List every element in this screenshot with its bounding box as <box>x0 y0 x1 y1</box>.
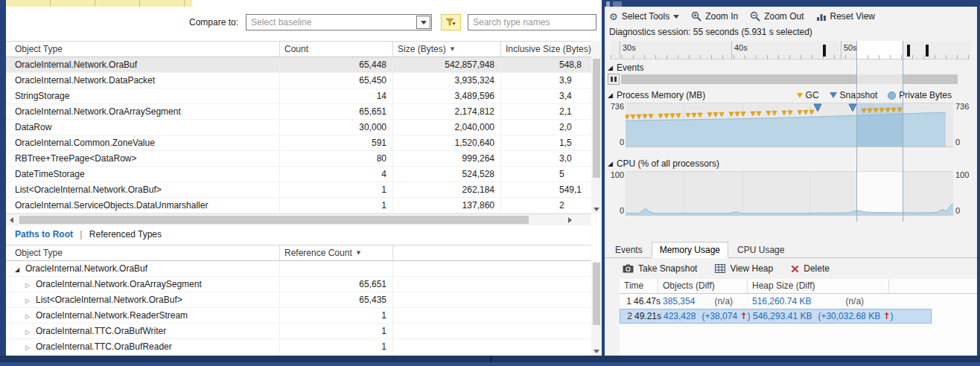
column-header-reference-count[interactable]: Reference Count▼ <box>280 245 393 260</box>
table-row[interactable]: OracleInternal.Network.OraArraySegment65… <box>6 104 591 120</box>
scroll-right-icon[interactable] <box>568 217 572 223</box>
cpu-chart[interactable] <box>626 171 953 216</box>
tab-paths-to-root[interactable]: Paths to Root <box>15 229 73 240</box>
snapshot-row[interactable]: 146.47s385,354(n/a)516,260.74 KB(n/a) <box>620 294 932 309</box>
events-section-header[interactable]: ◢ Events <box>608 62 644 74</box>
window-bottom-highlight <box>0 362 980 366</box>
filter-button[interactable] <box>441 14 461 30</box>
column-header-inclusive-size[interactable]: Inclusive Size (Bytes) <box>501 42 591 57</box>
scroll-down-icon[interactable] <box>594 350 599 353</box>
view-heap-button[interactable]: View Heap <box>715 263 773 274</box>
memory-chart[interactable] <box>626 103 953 147</box>
delete-x-icon <box>791 265 799 273</box>
search-input[interactable] <box>468 16 596 28</box>
column-header-size[interactable]: Size (Bytes)▼ <box>393 42 501 57</box>
heap-size-link[interactable]: 516,260.74 KB <box>752 296 811 306</box>
expander-collapsed-icon[interactable]: ▷ <box>25 324 33 339</box>
scroll-down-icon[interactable] <box>594 208 599 211</box>
events-track-selection <box>856 74 903 84</box>
take-snapshot-button[interactable]: Take Snapshot <box>623 263 697 274</box>
tree-row[interactable]: ◢OracleInternal.Network.OraBuf <box>6 261 591 277</box>
table-row[interactable]: OracleInternal.Network.DataPacket65,4503… <box>6 73 591 89</box>
heap-table-horizontal-scrollbar[interactable] <box>6 214 591 225</box>
gc-marker-icon <box>676 114 681 118</box>
table-row[interactable]: OracleInternal.Common.ZoneValue5911,520,… <box>6 135 591 151</box>
ruler-major-tick <box>731 41 732 59</box>
objects-count-link[interactable]: 423,428 <box>664 311 696 321</box>
gc-marker-icon <box>698 113 702 118</box>
expander-collapsed-icon[interactable]: ▷ <box>25 309 33 324</box>
delete-button[interactable]: Delete <box>791 263 830 274</box>
diagnostics-toolbar: ⚙ Select Tools Zoom In Zoo <box>609 8 875 25</box>
tab-memory-usage[interactable]: Memory Usage <box>652 242 728 258</box>
expander-expanded-icon[interactable]: ◢ <box>608 92 613 99</box>
clipped-tab-strip <box>6 0 192 7</box>
expander-collapsed-icon[interactable]: ▷ <box>25 293 33 308</box>
expander-collapsed-icon[interactable]: ▷ <box>25 277 33 292</box>
gc-marker-icon <box>692 113 696 118</box>
table-row[interactable]: StringStorage143,489,5963,4 <box>6 89 591 104</box>
heap-table-header: Object Type Count Size (Bytes)▼ Inclusiv… <box>6 41 591 57</box>
paths-table-vertical-scrollbar[interactable] <box>591 261 602 356</box>
snapshot-marker-icon[interactable] <box>814 104 821 112</box>
tree-row[interactable]: ▷List<OracleInternal.Network.OraBuf>65,4… <box>6 292 591 308</box>
reset-view-icon <box>816 11 827 22</box>
tab-events[interactable]: Events <box>608 243 650 257</box>
select-tools-button[interactable]: ⚙ Select Tools <box>609 11 679 22</box>
snapshot-marker-icon[interactable] <box>849 104 856 112</box>
column-header-count[interactable]: Count <box>280 42 393 57</box>
tree-row[interactable]: ▷OracleInternal.Network.ReaderStream1 <box>6 308 591 324</box>
timeline-ruler[interactable]: 30s 40s 50s <box>611 41 970 60</box>
gc-marker-icon <box>772 111 777 115</box>
gc-marker-icon <box>664 114 669 118</box>
table-row[interactable]: RBTree+TreePage<DataRow>80999,2643,0 <box>6 151 591 167</box>
expander-expanded-icon[interactable]: ◢ <box>608 161 613 167</box>
ruler-label: 40s <box>734 43 748 52</box>
detail-tab-bar: Events Memory Usage CPU Usage <box>608 241 792 257</box>
expander-expanded-icon[interactable]: ◢ <box>15 262 22 276</box>
memory-legend: GC Snapshot Private Bytes <box>797 89 952 101</box>
view-heap-icon <box>715 264 725 273</box>
tree-row[interactable]: ▷OracleInternal.TTC.OraBufReader1 <box>6 339 591 355</box>
column-header-object-type[interactable]: Object Type <box>6 245 280 260</box>
gc-marker-icon <box>637 115 641 119</box>
snapshot-row[interactable]: 249.21s423,428(+38,074 ↑)546,293.41 KB(+… <box>620 309 932 324</box>
objects-count-link[interactable]: 385,354 <box>663 296 695 306</box>
heap-size-link[interactable]: 546,293.41 KB <box>753 311 812 321</box>
column-header-time[interactable]: Time <box>620 279 658 293</box>
heap-table-vertical-scrollbar[interactable] <box>591 41 602 214</box>
events-track[interactable] <box>621 74 958 84</box>
table-row[interactable]: OracleInternal.ServiceObjects.DataUnmars… <box>6 198 591 214</box>
legend-snapshot: Snapshot <box>830 90 878 100</box>
tree-row[interactable]: ▷OracleInternal.Network.OraArraySegment6… <box>6 277 591 292</box>
scrollbar-thumb[interactable] <box>593 263 600 325</box>
ruler-major-tick <box>620 41 620 59</box>
heap-table-body: OracleInternal.Network.OraBuf65,448542,8… <box>6 57 591 214</box>
memory-ymax-right: 736 <box>955 102 976 111</box>
ruler-major-tick <box>841 41 841 59</box>
tab-referenced-types[interactable]: Referenced Types <box>89 229 162 240</box>
gc-marker-icon <box>797 93 803 98</box>
reset-view-button[interactable]: Reset View <box>816 11 875 22</box>
baseline-dropdown[interactable]: Select baseline <box>246 14 432 30</box>
column-header-heap-size-diff[interactable]: Heap Size (Diff) <box>748 279 889 293</box>
dropdown-arrow-icon[interactable] <box>416 16 430 29</box>
table-row[interactable]: DateTimeStorage4524,5285 <box>6 167 591 182</box>
scrollbar-thumb[interactable] <box>593 59 600 178</box>
pause-button[interactable] <box>608 74 620 85</box>
expander-expanded-icon[interactable]: ◢ <box>608 65 613 71</box>
column-header-objects-diff[interactable]: Objects (Diff) <box>658 279 748 293</box>
column-header-object-type[interactable]: Object Type <box>6 42 280 57</box>
scrollbar-thumb[interactable] <box>19 216 529 224</box>
scroll-left-icon[interactable] <box>10 217 13 223</box>
cpu-section-header[interactable]: ◢ CPU (% of all processors) <box>608 158 719 170</box>
tree-row[interactable]: ▷OracleInternal.TTC.OraBufWriter1 <box>6 324 591 339</box>
zoom-in-button[interactable]: Zoom In <box>691 11 738 22</box>
table-row[interactable]: OracleInternal.Network.OraBuf65,448542,8… <box>6 57 591 73</box>
memory-section-header[interactable]: ◢ Process Memory (MB) <box>608 89 705 101</box>
table-row[interactable]: DataRow30,0002,040,0002,0 <box>6 120 591 135</box>
tab-cpu-usage[interactable]: CPU Usage <box>730 243 792 257</box>
table-row[interactable]: List<OracleInternal.Network.OraBuf>1262,… <box>6 182 591 198</box>
expander-collapsed-icon[interactable]: ▷ <box>25 340 33 355</box>
zoom-out-button[interactable]: Zoom Out <box>750 11 804 22</box>
